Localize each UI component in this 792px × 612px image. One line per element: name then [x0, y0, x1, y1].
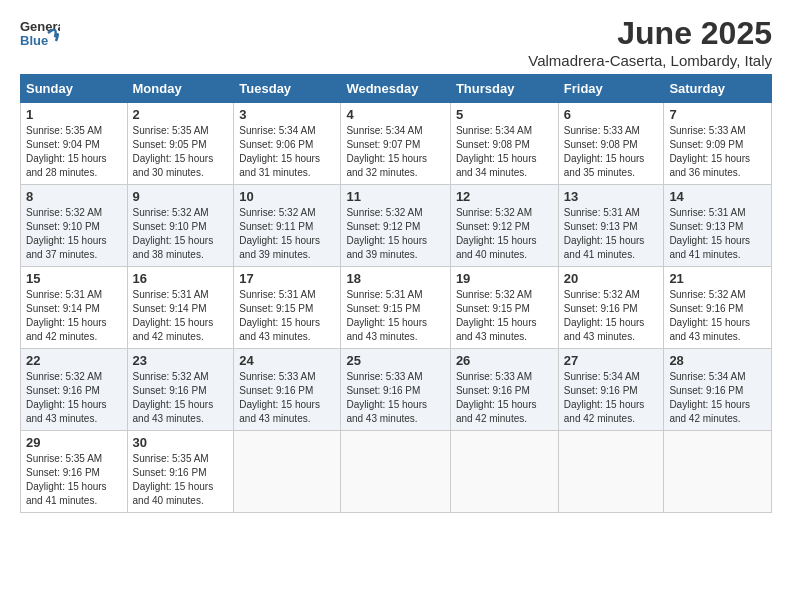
day-info: Sunrise: 5:32 AMSunset: 9:12 PMDaylight:…	[456, 206, 553, 262]
table-row	[450, 431, 558, 513]
day-number: 14	[669, 189, 766, 204]
table-row: 20Sunrise: 5:32 AMSunset: 9:16 PMDayligh…	[558, 267, 664, 349]
table-row	[664, 431, 772, 513]
day-number: 8	[26, 189, 122, 204]
table-row: 13Sunrise: 5:31 AMSunset: 9:13 PMDayligh…	[558, 185, 664, 267]
day-info: Sunrise: 5:32 AMSunset: 9:10 PMDaylight:…	[133, 206, 229, 262]
header-friday: Friday	[558, 75, 664, 103]
day-info: Sunrise: 5:31 AMSunset: 9:15 PMDaylight:…	[239, 288, 335, 344]
day-number: 2	[133, 107, 229, 122]
table-row: 21Sunrise: 5:32 AMSunset: 9:16 PMDayligh…	[664, 267, 772, 349]
table-row: 3Sunrise: 5:34 AMSunset: 9:06 PMDaylight…	[234, 103, 341, 185]
day-number: 24	[239, 353, 335, 368]
main-container: General Blue June 2025 Valmadrera-Casert…	[0, 0, 792, 523]
table-row: 18Sunrise: 5:31 AMSunset: 9:15 PMDayligh…	[341, 267, 450, 349]
day-info: Sunrise: 5:31 AMSunset: 9:15 PMDaylight:…	[346, 288, 444, 344]
day-info: Sunrise: 5:33 AMSunset: 9:08 PMDaylight:…	[564, 124, 659, 180]
table-row: 9Sunrise: 5:32 AMSunset: 9:10 PMDaylight…	[127, 185, 234, 267]
header-sunday: Sunday	[21, 75, 128, 103]
day-info: Sunrise: 5:32 AMSunset: 9:16 PMDaylight:…	[669, 288, 766, 344]
day-info: Sunrise: 5:35 AMSunset: 9:16 PMDaylight:…	[26, 452, 122, 508]
month-year-title: June 2025	[528, 15, 772, 52]
day-number: 5	[456, 107, 553, 122]
day-number: 30	[133, 435, 229, 450]
day-number: 15	[26, 271, 122, 286]
day-number: 6	[564, 107, 659, 122]
day-number: 20	[564, 271, 659, 286]
table-row: 6Sunrise: 5:33 AMSunset: 9:08 PMDaylight…	[558, 103, 664, 185]
day-info: Sunrise: 5:34 AMSunset: 9:06 PMDaylight:…	[239, 124, 335, 180]
table-row: 15Sunrise: 5:31 AMSunset: 9:14 PMDayligh…	[21, 267, 128, 349]
table-row: 2Sunrise: 5:35 AMSunset: 9:05 PMDaylight…	[127, 103, 234, 185]
table-row: 26Sunrise: 5:33 AMSunset: 9:16 PMDayligh…	[450, 349, 558, 431]
day-number: 3	[239, 107, 335, 122]
day-info: Sunrise: 5:31 AMSunset: 9:13 PMDaylight:…	[669, 206, 766, 262]
header-thursday: Thursday	[450, 75, 558, 103]
table-row: 5Sunrise: 5:34 AMSunset: 9:08 PMDaylight…	[450, 103, 558, 185]
header-saturday: Saturday	[664, 75, 772, 103]
table-row	[558, 431, 664, 513]
weekday-header-row: Sunday Monday Tuesday Wednesday Thursday…	[21, 75, 772, 103]
day-info: Sunrise: 5:33 AMSunset: 9:16 PMDaylight:…	[346, 370, 444, 426]
header-wednesday: Wednesday	[341, 75, 450, 103]
day-number: 18	[346, 271, 444, 286]
day-info: Sunrise: 5:33 AMSunset: 9:16 PMDaylight:…	[239, 370, 335, 426]
logo: General Blue	[20, 15, 60, 59]
day-number: 12	[456, 189, 553, 204]
day-info: Sunrise: 5:35 AMSunset: 9:05 PMDaylight:…	[133, 124, 229, 180]
table-row: 16Sunrise: 5:31 AMSunset: 9:14 PMDayligh…	[127, 267, 234, 349]
day-info: Sunrise: 5:32 AMSunset: 9:16 PMDaylight:…	[564, 288, 659, 344]
day-info: Sunrise: 5:32 AMSunset: 9:16 PMDaylight:…	[26, 370, 122, 426]
day-number: 26	[456, 353, 553, 368]
table-row	[234, 431, 341, 513]
day-info: Sunrise: 5:34 AMSunset: 9:07 PMDaylight:…	[346, 124, 444, 180]
day-number: 29	[26, 435, 122, 450]
table-row: 17Sunrise: 5:31 AMSunset: 9:15 PMDayligh…	[234, 267, 341, 349]
day-number: 9	[133, 189, 229, 204]
day-info: Sunrise: 5:31 AMSunset: 9:14 PMDaylight:…	[26, 288, 122, 344]
day-info: Sunrise: 5:32 AMSunset: 9:16 PMDaylight:…	[133, 370, 229, 426]
day-number: 27	[564, 353, 659, 368]
day-number: 17	[239, 271, 335, 286]
header-monday: Monday	[127, 75, 234, 103]
calendar-table: Sunday Monday Tuesday Wednesday Thursday…	[20, 74, 772, 513]
table-row: 14Sunrise: 5:31 AMSunset: 9:13 PMDayligh…	[664, 185, 772, 267]
table-row: 28Sunrise: 5:34 AMSunset: 9:16 PMDayligh…	[664, 349, 772, 431]
day-info: Sunrise: 5:35 AMSunset: 9:16 PMDaylight:…	[133, 452, 229, 508]
table-row	[341, 431, 450, 513]
day-info: Sunrise: 5:33 AMSunset: 9:09 PMDaylight:…	[669, 124, 766, 180]
title-block: June 2025 Valmadrera-Caserta, Lombardy, …	[528, 15, 772, 69]
day-info: Sunrise: 5:32 AMSunset: 9:11 PMDaylight:…	[239, 206, 335, 262]
day-info: Sunrise: 5:32 AMSunset: 9:15 PMDaylight:…	[456, 288, 553, 344]
day-info: Sunrise: 5:33 AMSunset: 9:16 PMDaylight:…	[456, 370, 553, 426]
table-row: 10Sunrise: 5:32 AMSunset: 9:11 PMDayligh…	[234, 185, 341, 267]
day-number: 19	[456, 271, 553, 286]
logo-icon: General Blue	[20, 15, 60, 59]
location-subtitle: Valmadrera-Caserta, Lombardy, Italy	[528, 52, 772, 69]
day-number: 1	[26, 107, 122, 122]
day-number: 11	[346, 189, 444, 204]
header: General Blue June 2025 Valmadrera-Casert…	[20, 15, 772, 69]
day-info: Sunrise: 5:32 AMSunset: 9:10 PMDaylight:…	[26, 206, 122, 262]
table-row: 19Sunrise: 5:32 AMSunset: 9:15 PMDayligh…	[450, 267, 558, 349]
day-info: Sunrise: 5:34 AMSunset: 9:16 PMDaylight:…	[669, 370, 766, 426]
day-number: 23	[133, 353, 229, 368]
table-row: 25Sunrise: 5:33 AMSunset: 9:16 PMDayligh…	[341, 349, 450, 431]
table-row: 29Sunrise: 5:35 AMSunset: 9:16 PMDayligh…	[21, 431, 128, 513]
day-number: 21	[669, 271, 766, 286]
day-info: Sunrise: 5:31 AMSunset: 9:13 PMDaylight:…	[564, 206, 659, 262]
table-row: 4Sunrise: 5:34 AMSunset: 9:07 PMDaylight…	[341, 103, 450, 185]
day-number: 16	[133, 271, 229, 286]
day-number: 28	[669, 353, 766, 368]
day-number: 4	[346, 107, 444, 122]
day-number: 22	[26, 353, 122, 368]
table-row: 7Sunrise: 5:33 AMSunset: 9:09 PMDaylight…	[664, 103, 772, 185]
svg-text:Blue: Blue	[20, 33, 48, 48]
table-row: 8Sunrise: 5:32 AMSunset: 9:10 PMDaylight…	[21, 185, 128, 267]
day-info: Sunrise: 5:34 AMSunset: 9:16 PMDaylight:…	[564, 370, 659, 426]
table-row: 11Sunrise: 5:32 AMSunset: 9:12 PMDayligh…	[341, 185, 450, 267]
day-info: Sunrise: 5:31 AMSunset: 9:14 PMDaylight:…	[133, 288, 229, 344]
day-number: 10	[239, 189, 335, 204]
table-row: 12Sunrise: 5:32 AMSunset: 9:12 PMDayligh…	[450, 185, 558, 267]
table-row: 27Sunrise: 5:34 AMSunset: 9:16 PMDayligh…	[558, 349, 664, 431]
